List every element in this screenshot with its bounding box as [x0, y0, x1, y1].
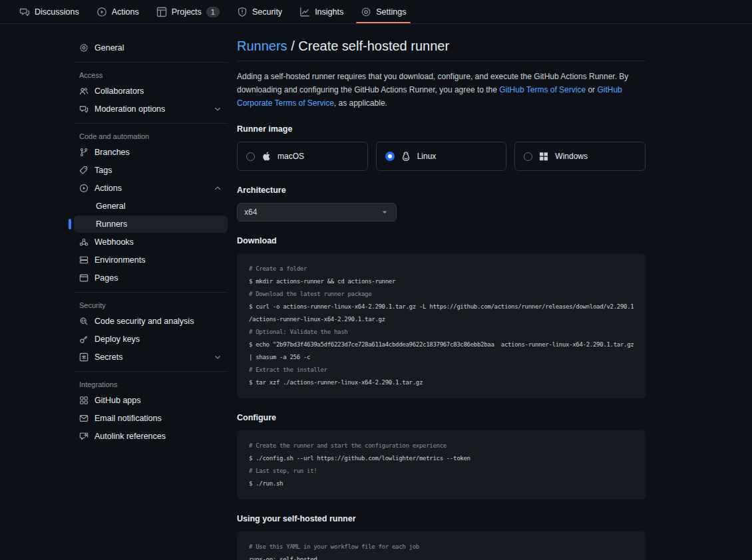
sidebar-item-secrets[interactable]: Secrets — [74, 349, 228, 366]
code-line: # Use this YAML in your workflow file fo… — [249, 541, 634, 553]
tab-settings[interactable]: Settings — [355, 0, 412, 23]
tab-projects[interactable]: Projects 1 — [150, 0, 226, 23]
sidebar-item-label: General — [94, 43, 124, 53]
runner-image-options: macOS Linux Windows — [237, 142, 646, 171]
comment-discussion-icon — [79, 104, 89, 114]
configure-label: Configure — [237, 413, 646, 422]
breadcrumb-separator: / — [287, 39, 299, 53]
main-content: Runners / Create self-hosted runner Addi… — [237, 39, 646, 560]
using-runner-label: Using your self-hosted runner — [237, 514, 646, 523]
divider — [74, 292, 228, 293]
settings-sidebar: General Access Collaborators Moderation … — [69, 39, 233, 560]
radio-windows[interactable] — [524, 152, 532, 161]
tab-discussions[interactable]: Discussions — [13, 0, 85, 23]
code-line: # Create a folder — [249, 263, 634, 275]
apple-icon — [261, 151, 272, 162]
code-line: # Download the latest runner package — [249, 288, 634, 301]
shield-icon — [237, 7, 248, 17]
option-label: macOS — [278, 152, 304, 161]
project-icon — [156, 7, 167, 17]
sidebar-item-label: General — [96, 202, 125, 211]
sidebar-item-label: Tags — [94, 166, 112, 175]
server-icon — [79, 255, 89, 265]
sidebar-item-actions[interactable]: Actions — [74, 180, 228, 197]
download-code-block: # Create a folder$ mkdir actions-runner … — [237, 253, 646, 398]
sidebar-item-label: Runners — [96, 219, 127, 229]
tab-label: Insights — [315, 7, 343, 17]
architecture-select[interactable]: x64 — [237, 203, 397, 221]
option-label: Linux — [417, 152, 437, 161]
code-line: runs-on: self-hosted — [249, 553, 634, 560]
code-line: $ mkdir actions-runner && cd actions-run… — [249, 275, 634, 288]
option-label: Windows — [555, 152, 588, 161]
tab-actions[interactable]: Actions — [91, 0, 145, 23]
text-segment: or — [586, 85, 597, 94]
mail-icon — [79, 414, 89, 423]
tab-label: Projects — [172, 7, 202, 17]
projects-count-badge: 1 — [206, 7, 220, 17]
configure-code-block: # Create the runner and start the config… — [237, 430, 646, 499]
windows-icon — [538, 151, 549, 162]
sidebar-item-label: Moderation options — [94, 104, 165, 114]
chevron-up-icon — [213, 184, 222, 193]
sidebar-item-tags[interactable]: Tags — [74, 162, 228, 179]
code-line: /actions-runner-linux-x64-2.290.1.tar.gz — [249, 313, 634, 326]
code-line: # Optional: Validate the hash — [249, 326, 634, 339]
sidebar-item-deploy-keys[interactable]: Deploy keys — [74, 331, 228, 348]
codescan-icon — [79, 317, 89, 326]
sidebar-item-label: Deploy keys — [94, 335, 140, 344]
sidebar-item-label: Code security and analysis — [94, 317, 194, 326]
runner-image-option-macos[interactable]: macOS — [237, 142, 368, 171]
inline-link[interactable]: GitHub Terms of Service — [499, 85, 586, 94]
sidebar-item-moderation-options[interactable]: Moderation options — [74, 100, 228, 118]
sidebar-item-environments[interactable]: Environments — [74, 251, 228, 269]
sidebar-item-actions-runners[interactable]: Runners — [74, 215, 228, 233]
sidebar-item-autolink-references[interactable]: Autolink references — [74, 428, 228, 445]
sidebar-item-general[interactable]: General — [74, 39, 228, 57]
code-line: | shasum -a 256 -c — [249, 351, 634, 364]
tab-security[interactable]: Security — [231, 0, 288, 23]
sidebar-item-label: Environments — [94, 255, 145, 265]
sidebar-item-label: Actions — [94, 184, 122, 193]
architecture-selected-value: x64 — [244, 208, 257, 217]
sidebar-item-github-apps[interactable]: GitHub apps — [74, 392, 228, 409]
caret-down-icon — [380, 208, 389, 217]
people-icon — [79, 86, 89, 96]
tab-insights[interactable]: Insights — [293, 0, 349, 23]
sidebar-item-code-security[interactable]: Code security and analysis — [74, 313, 228, 330]
code-line: # Last step, run it! — [249, 465, 634, 478]
sidebar-item-collaborators[interactable]: Collaborators — [74, 82, 228, 100]
gear-icon — [79, 43, 89, 53]
architecture-label: Architecture — [237, 186, 646, 195]
runner-image-option-linux[interactable]: Linux — [376, 142, 507, 171]
cross-reference-icon — [79, 432, 89, 441]
sidebar-item-webhooks[interactable]: Webhooks — [74, 233, 228, 251]
chevron-down-icon — [213, 352, 222, 362]
sidebar-item-pages[interactable]: Pages — [74, 269, 228, 287]
code-line: $ tar xzf ./actions-runner-linux-x64-2.2… — [249, 376, 634, 389]
radio-linux[interactable] — [385, 152, 395, 161]
tab-label: Security — [252, 7, 282, 17]
runner-image-label: Runner image — [237, 124, 646, 134]
code-line: $ echo "2b97bd3f4639a5df6223d7ce728a611a… — [249, 339, 634, 351]
breadcrumb-current: Create self-hosted runner — [298, 39, 449, 53]
code-line: $ ./config.sh --url https://github.com/l… — [249, 452, 634, 465]
code-line: # Create the runner and start the config… — [249, 440, 634, 452]
git-branch-icon — [79, 148, 89, 157]
asterisk-box-icon — [79, 352, 89, 362]
sidebar-item-label: Email notifications — [94, 414, 162, 423]
radio-macos[interactable] — [246, 152, 255, 161]
runner-image-option-windows[interactable]: Windows — [514, 142, 646, 171]
sidebar-item-label: Autolink references — [94, 432, 166, 441]
browser-icon — [79, 273, 89, 283]
sidebar-item-email-notifications[interactable]: Email notifications — [74, 410, 228, 427]
sidebar-item-label: Pages — [94, 273, 118, 283]
sidebar-section-access: Access — [74, 68, 228, 82]
sidebar-item-label: Collaborators — [94, 86, 144, 96]
sidebar-item-actions-general[interactable]: General — [74, 198, 228, 215]
breadcrumb-runners-link[interactable]: Runners — [237, 39, 287, 53]
play-icon — [96, 7, 107, 17]
sidebar-item-branches[interactable]: Branches — [74, 144, 228, 161]
play-icon — [79, 184, 89, 193]
divider — [74, 123, 228, 124]
